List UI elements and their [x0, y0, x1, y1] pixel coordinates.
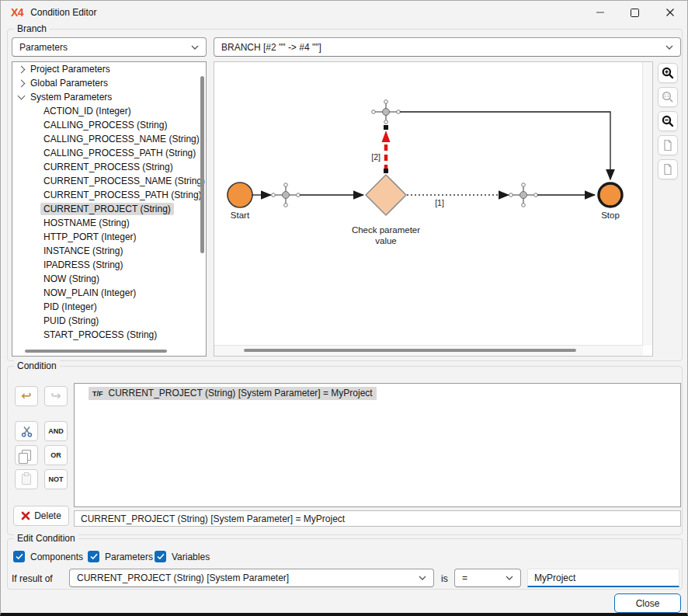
tree-item[interactable]: Global Parameters: [12, 76, 206, 90]
diagram-vertical-scrollbar[interactable]: [642, 62, 652, 346]
tree-item-label: CALLING_PROCESS_PATH (String): [40, 147, 199, 159]
branch1-edge[interactable]: [1]: [407, 195, 509, 207]
not-operator-button[interactable]: NOT: [44, 469, 68, 489]
condition-row-text: CURRENT_PROJECT (String) [System Paramet…: [109, 388, 373, 398]
or-operator-button[interactable]: OR: [44, 445, 68, 465]
fit-page-button[interactable]: [658, 135, 678, 155]
parameters-checkbox-label: Parameters: [105, 552, 153, 562]
copy-button[interactable]: [15, 445, 38, 465]
svg-text:1:1: 1:1: [664, 94, 669, 98]
tree-item[interactable]: HTTP_PORT (Integer): [12, 230, 206, 244]
tree-item-label: HOSTNAME (String): [40, 217, 133, 229]
stop-node[interactable]: Stop: [599, 183, 622, 220]
tree-item[interactable]: System Parameters: [12, 90, 206, 104]
zoom-out-button[interactable]: [658, 111, 678, 131]
tree-item[interactable]: INSTANCE (String): [12, 244, 206, 258]
diagram-horizontal-scrollbar[interactable]: [214, 345, 643, 356]
tree-item[interactable]: CURRENT_PROJECT (String): [12, 202, 206, 216]
delete-button-label: Delete: [34, 510, 61, 521]
tree-item[interactable]: PUID (String): [12, 314, 206, 328]
check-parameter-node[interactable]: Check parameter value: [352, 175, 420, 245]
fit-width-button[interactable]: [658, 159, 678, 179]
redo-button[interactable]: ↪: [44, 386, 68, 406]
zoom-in-button[interactable]: [658, 63, 678, 83]
tree-item[interactable]: NOW (String): [12, 272, 206, 286]
tree-item[interactable]: CALLING_PROCESS_PATH (String): [12, 146, 206, 160]
variables-checkbox[interactable]: [155, 551, 166, 562]
branch2-edge-selected[interactable]: [2]: [371, 125, 390, 173]
variables-checkbox-item[interactable]: Variables: [155, 551, 210, 562]
check-node-label-line2: value: [375, 236, 397, 245]
or-operator-label: OR: [50, 451, 61, 459]
minimize-button[interactable]: [582, 1, 617, 24]
diagram-zoom-toolbar: 1:1: [658, 63, 678, 179]
undo-button[interactable]: ↩: [15, 386, 38, 406]
condition-status-text: CURRENT_PROJECT (String) [System Paramet…: [81, 513, 345, 524]
parameters-checkbox-item[interactable]: Parameters: [88, 551, 153, 562]
branch-dropdown[interactable]: BRANCH [#2 "" -> #4 ""]: [214, 37, 681, 57]
close-button[interactable]: Close: [614, 593, 681, 613]
tree-item-label: CALLING_PROCESS_NAME (String): [40, 133, 203, 145]
tree-item[interactable]: PID (Integer): [12, 300, 206, 314]
tree-item[interactable]: IPADRESS (String): [12, 258, 206, 272]
chevron-right-icon[interactable]: [18, 79, 26, 87]
cut-button[interactable]: [15, 421, 38, 441]
parameter-tree-items: Project ParametersGlobal ParametersSyste…: [12, 62, 206, 342]
condition-list[interactable]: T/FCURRENT_PROJECT (String) [System Para…: [74, 383, 681, 507]
tree-item-label: System Parameters: [27, 91, 115, 103]
value-input[interactable]: [527, 569, 679, 587]
process-diagram: Start Check parameter value: [214, 62, 643, 345]
and-operator-button[interactable]: AND: [44, 421, 68, 441]
components-checkbox[interactable]: [13, 551, 25, 562]
tree-item[interactable]: Project Parameters: [12, 62, 206, 76]
tree-item-label: CALLING_PROCESS (String): [40, 119, 170, 131]
undo-icon: ↩: [21, 390, 31, 402]
chevron-down-icon: [665, 44, 673, 50]
chevron-right-icon[interactable]: [18, 65, 26, 73]
tree-item[interactable]: CALLING_PROCESS_NAME (String): [12, 132, 206, 146]
branch-group-label: Branch: [14, 23, 50, 34]
expression-dropdown[interactable]: CURRENT_PROJECT (String) [System Paramet…: [69, 569, 434, 587]
junction-node[interactable]: [272, 183, 301, 207]
variables-checkbox-label: Variables: [172, 552, 210, 562]
paste-button[interactable]: [15, 469, 38, 489]
cut-icon: [21, 426, 33, 437]
tree-item[interactable]: CALLING_PROCESS (String): [12, 118, 206, 132]
tree-item-label: START_PROCESS (String): [40, 329, 160, 341]
condition-row[interactable]: T/FCURRENT_PROJECT (String) [System Para…: [89, 387, 377, 400]
tree-item[interactable]: NOW_PLAIN (Integer): [12, 286, 206, 300]
check-icon: [157, 553, 165, 560]
tree-horizontal-scrollbar-thumb[interactable]: [25, 350, 167, 353]
branch2-edge-label: [2]: [371, 152, 380, 162]
not-operator-label: NOT: [49, 475, 64, 483]
condition-group-label: Condition: [14, 360, 60, 371]
close-window-button[interactable]: [652, 1, 687, 24]
junction-node[interactable]: [372, 100, 401, 124]
tree-item[interactable]: ACTION_ID (Integer): [12, 104, 206, 118]
window-controls: [582, 1, 687, 24]
parameter-category-dropdown[interactable]: Parameters: [12, 37, 207, 57]
delete-button[interactable]: Delete: [13, 506, 69, 526]
minimize-icon: [596, 12, 604, 13]
diagram-horizontal-scrollbar-thumb[interactable]: [244, 349, 576, 352]
tree-item[interactable]: CURRENT_PROCESS_NAME (String): [12, 174, 206, 188]
tree-item-label: IPADRESS (String): [40, 259, 126, 271]
chevron-down-icon[interactable]: [18, 92, 26, 100]
tree-item-label: NOW_PLAIN (Integer): [40, 287, 139, 299]
start-node[interactable]: Start: [228, 183, 252, 220]
maximize-button[interactable]: [617, 1, 652, 24]
junction-node[interactable]: [509, 183, 538, 207]
tree-item[interactable]: CURRENT_PROCESS_PATH (String): [12, 188, 206, 202]
tree-item[interactable]: HOSTNAME (String): [12, 216, 206, 230]
tree-item[interactable]: START_PROCESS (String): [12, 328, 206, 342]
tree-item-label: Global Parameters: [27, 77, 111, 89]
tree-item[interactable]: CURRENT_PROCESS (String): [12, 160, 206, 174]
condition-editor-window: X4 Condition Editor Branch Parameters BR…: [0, 0, 688, 616]
zoom-actual-size-button[interactable]: 1:1: [658, 87, 678, 107]
tree-vertical-scrollbar-thumb[interactable]: [200, 76, 204, 253]
components-checkbox-item[interactable]: Components: [13, 551, 83, 562]
edge-junction-stop-top[interactable]: [400, 112, 610, 179]
operator-dropdown[interactable]: =: [454, 569, 521, 587]
parameters-checkbox[interactable]: [88, 551, 99, 562]
x4-logo: X4: [11, 6, 23, 19]
